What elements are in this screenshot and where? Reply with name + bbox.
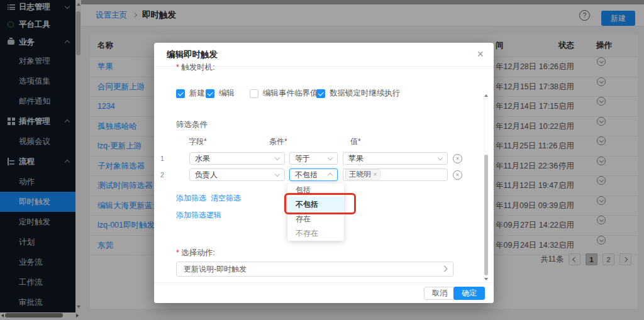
checkbox-checked-icon[interactable] bbox=[206, 89, 214, 98]
dropdown-option-not-exists[interactable]: 不存在 bbox=[287, 226, 344, 241]
modal-footer: 取消 确定 bbox=[154, 282, 494, 303]
checkbox-continue-when-locked[interactable]: 数据锁定时继续执行 bbox=[316, 88, 401, 99]
select-value: 苹果 bbox=[348, 154, 364, 163]
dropdown-option-not-include[interactable]: 不包括 bbox=[287, 197, 344, 212]
close-icon[interactable]: × bbox=[477, 47, 484, 62]
field-select-row2[interactable]: 负责人 bbox=[189, 168, 285, 181]
checkbox-label: 数据锁定时继续执行 bbox=[330, 88, 401, 99]
filter-section-label: 筛选条件 bbox=[176, 119, 208, 130]
chevron-down-icon bbox=[438, 155, 443, 160]
filter-col-value: 值* bbox=[350, 136, 361, 147]
add-filter-logic-link[interactable]: 添加筛选逻辑 bbox=[176, 210, 221, 221]
remove-filter-row-icon[interactable]: × bbox=[453, 170, 462, 180]
confirm-button[interactable]: 确定 bbox=[453, 287, 485, 300]
select-value: 不包括 bbox=[295, 170, 318, 179]
edit-instant-trigger-modal: 编辑即时触发 × 触发时机: 新建 编辑 编辑事件临界值 数据锁定时继续执行 筛… bbox=[154, 43, 494, 303]
dropdown-option-exists[interactable]: 存在 bbox=[287, 212, 344, 226]
clear-filter-link[interactable]: 清空筛选 bbox=[211, 193, 241, 204]
checkbox-edit-event-threshold[interactable]: 编辑事件临界值 bbox=[250, 88, 318, 99]
chevron-right-icon bbox=[441, 266, 448, 272]
add-filter-link[interactable]: 添加筛选 bbox=[176, 193, 206, 204]
tag-label: 王晓明 bbox=[349, 170, 371, 178]
filter-col-field: 字段* bbox=[189, 136, 207, 147]
scroll-down-arrow-icon[interactable] bbox=[484, 278, 488, 280]
chevron-down-icon bbox=[328, 155, 333, 160]
value-tag: 王晓明× bbox=[345, 169, 380, 180]
remove-filter-row-icon[interactable]: × bbox=[453, 154, 462, 163]
checkbox-unchecked-icon[interactable] bbox=[250, 89, 258, 98]
modal-scrollbar[interactable] bbox=[484, 93, 489, 282]
checkbox-label: 新建 bbox=[189, 88, 205, 99]
tag-remove-icon[interactable]: × bbox=[374, 171, 377, 178]
checkbox-label: 编辑事件临界值 bbox=[263, 88, 318, 99]
condition-select-row1[interactable]: 等于 bbox=[289, 152, 338, 165]
filter-row-number: 2 bbox=[158, 168, 167, 181]
checkbox-edit[interactable]: 编辑 bbox=[206, 88, 235, 99]
select-action-label: 选择动作: bbox=[176, 248, 215, 258]
dropdown-option-include[interactable]: 包括 bbox=[287, 184, 344, 197]
select-value: 水果 bbox=[195, 154, 210, 163]
selected-action-label: 更新说明-即时触发 bbox=[184, 265, 247, 273]
field-select-row1[interactable]: 水果 bbox=[189, 152, 285, 165]
select-value: 等于 bbox=[295, 154, 310, 163]
scroll-up-arrow-icon[interactable] bbox=[484, 94, 488, 97]
filter-row-number: 1 bbox=[158, 152, 167, 165]
selected-action-item[interactable]: 更新说明-即时触发 bbox=[176, 262, 453, 277]
cancel-button[interactable]: 取消 bbox=[424, 287, 455, 300]
select-value: 负责人 bbox=[195, 170, 218, 179]
chevron-down-icon bbox=[275, 155, 280, 160]
condition-select-row2[interactable]: 不包括 bbox=[289, 168, 338, 181]
chevron-down-icon bbox=[275, 172, 280, 177]
scrollbar-thumb[interactable] bbox=[484, 155, 488, 275]
value-input-row2[interactable]: 王晓明× bbox=[343, 168, 448, 181]
filter-col-cond: 条件* bbox=[269, 136, 287, 147]
value-select-row1[interactable]: 苹果 bbox=[343, 152, 448, 165]
checkbox-checked-icon[interactable] bbox=[176, 89, 185, 98]
checkbox-checked-icon[interactable] bbox=[316, 89, 325, 98]
chevron-up-icon bbox=[328, 173, 333, 178]
condition-dropdown: 包括 不包括 存在 不存在 bbox=[287, 184, 344, 241]
checkbox-label: 编辑 bbox=[219, 88, 235, 99]
trigger-timing-label: 触发时机: bbox=[176, 62, 215, 73]
checkbox-new[interactable]: 新建 bbox=[176, 88, 205, 99]
